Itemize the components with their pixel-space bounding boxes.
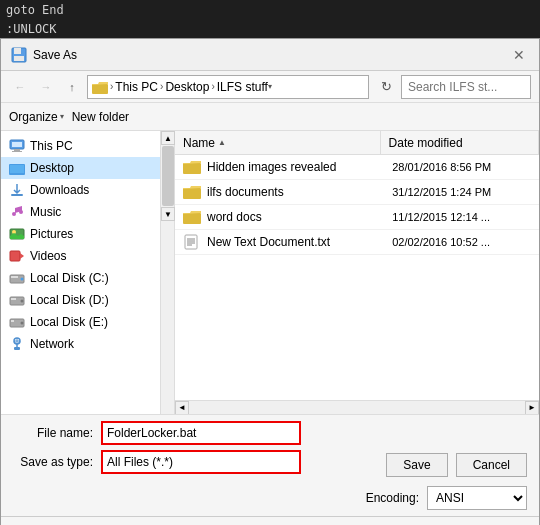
sidebar-item-local-e[interactable]: Local Disk (E:) — [1, 311, 160, 333]
svg-rect-15 — [10, 251, 20, 261]
sidebar-item-downloads[interactable]: Downloads — [1, 179, 160, 201]
save-as-dialog: Save As ✕ ← → ↑ › This PC › Desktop › IL… — [0, 38, 540, 525]
svg-rect-1 — [14, 48, 21, 54]
main-content: This PC Desktop — [1, 131, 539, 414]
sidebar-scrollbar: ▲ ▼ — [161, 131, 175, 414]
sidebar-item-this-pc[interactable]: This PC — [1, 135, 160, 157]
hscroll-left-btn[interactable]: ◄ — [175, 401, 189, 415]
cancel-button[interactable]: Cancel — [456, 453, 527, 477]
encoding-select[interactable]: ANSI — [427, 486, 527, 510]
col-date-header[interactable]: Date modified — [381, 131, 539, 154]
sidebar-label-desktop: Desktop — [30, 161, 74, 175]
sidebar-label-local-d: Local Disk (D:) — [30, 293, 109, 307]
save-button[interactable]: Save — [386, 453, 447, 477]
file-name-4: New Text Document.txt — [207, 235, 392, 249]
downloads-icon — [9, 182, 25, 198]
sidebar-item-pictures[interactable]: Pictures — [1, 223, 160, 245]
svg-rect-33 — [183, 213, 201, 224]
sidebar-label-downloads: Downloads — [30, 183, 89, 197]
sidebar-item-local-c[interactable]: Local Disk (C:) — [1, 267, 160, 289]
file-item-word-docs[interactable]: word docs 11/12/2015 12:14 ... — [175, 205, 539, 230]
hscroll-right-btn[interactable]: ► — [525, 401, 539, 415]
file-date-2: 31/12/2015 1:24 PM — [392, 186, 531, 198]
unlock-label: :UNLOCK — [0, 20, 540, 38]
svg-rect-3 — [92, 84, 108, 94]
refresh-button[interactable]: ↻ — [375, 76, 397, 98]
svg-rect-30 — [14, 347, 20, 350]
music-icon — [9, 204, 25, 220]
sidebar-scroll-down[interactable]: ▼ — [161, 207, 175, 221]
svg-rect-21 — [11, 298, 16, 300]
hide-folders-row: ▲ Hide Folders — [1, 516, 539, 525]
svg-rect-10 — [11, 194, 23, 196]
breadcrumb-dropdown-icon[interactable]: ▾ — [268, 82, 272, 91]
folder-item-icon-2 — [183, 184, 201, 200]
drive-d-icon — [9, 292, 25, 308]
sidebar-item-desktop[interactable]: Desktop — [1, 157, 160, 179]
breadcrumb-bar: › This PC › Desktop › ILFS stuff ▾ — [87, 75, 369, 99]
network-icon — [9, 336, 25, 352]
organize-dropdown-icon: ▾ — [60, 112, 64, 121]
name-sort-icon: ▲ — [218, 138, 226, 147]
filename-input[interactable] — [101, 421, 301, 445]
folder-icon — [92, 80, 108, 94]
videos-icon — [9, 248, 25, 264]
svg-rect-34 — [185, 235, 197, 249]
encoding-label: Encoding: — [366, 491, 419, 505]
folder-item-icon-1 — [183, 159, 201, 175]
svg-rect-5 — [12, 142, 22, 147]
savetype-row: Save as type: All Files (*.*) — [13, 450, 378, 474]
file-item-hidden-images[interactable]: Hidden images revealed 28/01/2016 8:56 P… — [175, 155, 539, 180]
forward-button[interactable]: → — [35, 76, 57, 98]
file-hscroll: ◄ ► — [175, 400, 539, 414]
file-items-list: Hidden images revealed 28/01/2016 8:56 P… — [175, 155, 539, 400]
svg-point-22 — [21, 300, 24, 303]
desktop-icon — [9, 160, 25, 176]
svg-rect-31 — [183, 163, 201, 174]
sidebar-item-music[interactable]: Music — [1, 201, 160, 223]
close-button[interactable]: ✕ — [509, 45, 529, 65]
svg-rect-7 — [12, 151, 22, 152]
sidebar-label-videos: Videos — [30, 249, 66, 263]
breadcrumb-ilfs-stuff[interactable]: ILFS stuff — [217, 80, 268, 94]
file-date-4: 02/02/2016 10:52 ... — [392, 236, 531, 248]
svg-rect-9 — [10, 165, 24, 173]
sidebar-scroll-up[interactable]: ▲ — [161, 131, 175, 145]
search-input[interactable] — [401, 75, 531, 99]
file-name-1: Hidden images revealed — [207, 160, 392, 174]
sidebar-item-local-d[interactable]: Local Disk (D:) — [1, 289, 160, 311]
drive-c-icon — [9, 270, 25, 286]
file-name-3: word docs — [207, 210, 392, 224]
computer-icon — [9, 138, 25, 154]
up-button[interactable]: ↑ — [61, 76, 83, 98]
sidebar-label-pictures: Pictures — [30, 227, 73, 241]
back-button[interactable]: ← — [9, 76, 31, 98]
sidebar-label-network: Network — [30, 337, 74, 351]
file-date-3: 11/12/2015 12:14 ... — [392, 211, 531, 223]
file-item-new-text-doc[interactable]: New Text Document.txt 02/02/2016 10:52 .… — [175, 230, 539, 255]
dialog-title: Save As — [11, 47, 77, 63]
hscroll-track — [189, 401, 525, 415]
savetype-label: Save as type: — [13, 455, 93, 469]
new-folder-button[interactable]: New folder — [72, 110, 129, 124]
col-name-header[interactable]: Name ▲ — [175, 131, 381, 154]
organize-button[interactable]: Organize ▾ — [9, 110, 64, 124]
organize-row: Organize ▾ New folder — [1, 103, 539, 131]
svg-point-25 — [21, 322, 24, 325]
file-item-ilfs-docs[interactable]: ilfs documents 31/12/2015 1:24 PM — [175, 180, 539, 205]
sidebar-label-music: Music — [30, 205, 61, 219]
breadcrumb-desktop[interactable]: Desktop — [165, 80, 209, 94]
sidebar-item-network[interactable]: Network — [1, 333, 160, 355]
filename-label: File name: — [13, 426, 93, 440]
sidebar: This PC Desktop — [1, 131, 161, 414]
svg-rect-32 — [183, 188, 201, 199]
sidebar-label-local-c: Local Disk (C:) — [30, 271, 109, 285]
textdoc-item-icon — [183, 234, 201, 250]
save-icon — [11, 47, 27, 63]
breadcrumb-this-pc[interactable]: This PC — [115, 80, 158, 94]
sidebar-scroll-thumb[interactable] — [162, 146, 174, 206]
savetype-select[interactable]: All Files (*.*) — [101, 450, 301, 474]
svg-point-11 — [12, 212, 16, 216]
sidebar-item-videos[interactable]: Videos — [1, 245, 160, 267]
file-list-header: Name ▲ Date modified — [175, 131, 539, 155]
